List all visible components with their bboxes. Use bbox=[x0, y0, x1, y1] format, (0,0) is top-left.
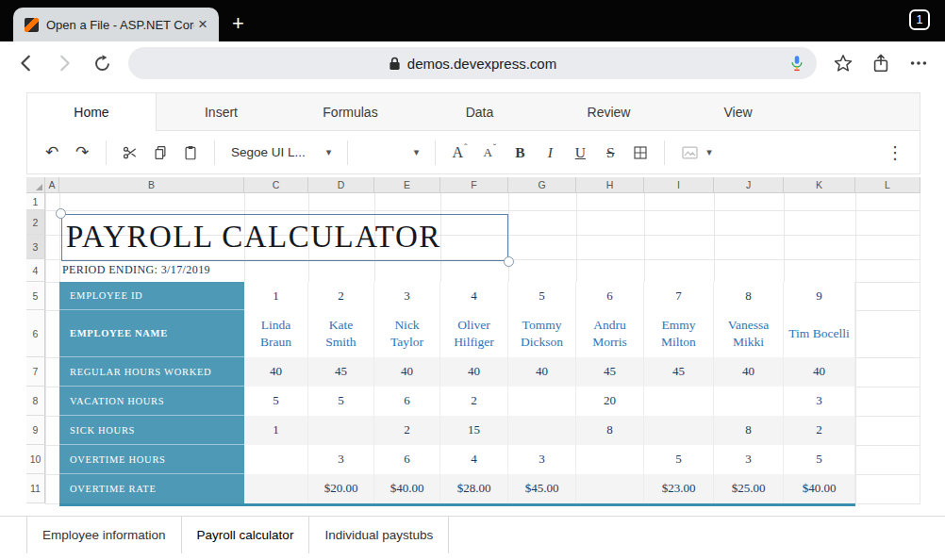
cell[interactable] bbox=[644, 416, 714, 445]
cell[interactable]: $23.00 bbox=[644, 474, 714, 503]
cell[interactable] bbox=[644, 387, 714, 416]
paste-icon[interactable] bbox=[177, 139, 204, 167]
cell[interactable]: $40.00 bbox=[784, 474, 855, 503]
row-header-9[interactable]: 9 bbox=[26, 416, 45, 445]
column-header-A[interactable]: A bbox=[45, 177, 59, 193]
column-header-G[interactable]: G bbox=[508, 177, 576, 193]
cell[interactable]: 40 bbox=[508, 357, 576, 387]
voice-search-mic-icon[interactable] bbox=[788, 54, 806, 75]
toolbar-overflow-icon[interactable]: ⋮ bbox=[882, 139, 908, 167]
cell[interactable]: 5 bbox=[644, 445, 714, 474]
cell[interactable]: 5 bbox=[784, 445, 855, 474]
decrease-font-button[interactable]: Aˇ bbox=[476, 139, 503, 167]
row-header-4[interactable]: 4 bbox=[26, 259, 45, 282]
cell[interactable]: Tommy Dickson bbox=[508, 310, 576, 357]
tab-close-icon[interactable]: × bbox=[194, 15, 211, 34]
cell[interactable] bbox=[576, 445, 644, 474]
row-label[interactable]: REGULAR HOURS WORKED bbox=[59, 357, 244, 387]
cell[interactable] bbox=[244, 445, 308, 474]
cell[interactable]: 3 bbox=[374, 282, 440, 310]
cell[interactable]: 45 bbox=[308, 357, 374, 387]
browser-menu-icon[interactable] bbox=[907, 52, 930, 74]
resize-handle-top-left[interactable] bbox=[56, 208, 66, 219]
tab-counter-button[interactable]: 1 bbox=[909, 9, 930, 30]
row-label[interactable]: VACATION HOURS bbox=[59, 387, 244, 416]
cell[interactable] bbox=[244, 474, 308, 503]
column-header-B[interactable]: B bbox=[59, 177, 244, 193]
column-header-F[interactable]: F bbox=[440, 177, 508, 193]
cell[interactable]: Nick Taylor bbox=[374, 310, 440, 357]
tab-review[interactable]: Review bbox=[544, 93, 673, 130]
cell[interactable]: 3 bbox=[508, 445, 576, 474]
cell[interactable]: 2 bbox=[440, 387, 508, 416]
increase-font-button[interactable]: Aˆ bbox=[446, 139, 472, 167]
cell[interactable]: 5 bbox=[308, 387, 374, 416]
cell[interactable]: 20 bbox=[576, 387, 644, 416]
underline-button[interactable]: U bbox=[567, 139, 593, 167]
column-header-D[interactable]: D bbox=[308, 177, 374, 193]
cell[interactable]: $40.00 bbox=[374, 474, 440, 503]
cell[interactable]: $28.00 bbox=[440, 474, 508, 503]
cell[interactable]: 4 bbox=[440, 445, 508, 474]
sheet-tab-individual-paystubs[interactable]: Individual paystubs bbox=[309, 517, 449, 553]
row-header-8[interactable]: 8 bbox=[26, 387, 45, 416]
cell[interactable]: 45 bbox=[644, 357, 714, 387]
cell[interactable]: $25.00 bbox=[714, 474, 784, 503]
sheet-tab-payroll-calculator[interactable]: Payroll calculator bbox=[182, 517, 310, 553]
cell[interactable]: $45.00 bbox=[508, 474, 576, 503]
column-header-I[interactable]: I bbox=[644, 177, 714, 193]
cell[interactable]: Oliver Hilfiger bbox=[440, 310, 508, 357]
row-label[interactable]: OVERTIME RATE bbox=[59, 474, 244, 503]
cell[interactable]: 8 bbox=[714, 282, 784, 310]
cell[interactable]: 40 bbox=[440, 357, 508, 387]
cell[interactable]: 40 bbox=[784, 357, 855, 387]
row-header-2[interactable]: 2 bbox=[26, 210, 45, 235]
cell[interactable]: 5 bbox=[508, 282, 576, 310]
tab-formulas[interactable]: Formulas bbox=[286, 93, 415, 130]
row-label[interactable]: SICK HOURS bbox=[59, 416, 244, 445]
cell[interactable]: 1 bbox=[244, 416, 308, 445]
resize-handle-bottom-right[interactable] bbox=[504, 256, 514, 267]
row-header-6[interactable]: 6 bbox=[26, 310, 45, 357]
row-header-7[interactable]: 7 bbox=[26, 357, 45, 387]
cell[interactable] bbox=[508, 416, 576, 445]
cell[interactable]: 6 bbox=[374, 445, 440, 474]
cell[interactable] bbox=[714, 387, 784, 416]
back-button[interactable] bbox=[15, 52, 38, 74]
cell[interactable]: 2 bbox=[784, 416, 855, 445]
cell[interactable]: 15 bbox=[440, 416, 508, 445]
cell[interactable]: Vanessa Mikki bbox=[714, 310, 784, 357]
borders-icon[interactable] bbox=[627, 139, 654, 167]
cell[interactable]: Kate Smith bbox=[308, 310, 374, 357]
tab-view[interactable]: View bbox=[673, 93, 803, 130]
redo-icon[interactable]: ↷ bbox=[69, 139, 95, 167]
row-header-10[interactable]: 10 bbox=[26, 445, 45, 474]
browser-tab[interactable]: Open a File - ASP.NET Core × bbox=[13, 8, 219, 41]
cell[interactable]: 40 bbox=[714, 357, 784, 387]
forward-button[interactable] bbox=[53, 52, 75, 74]
column-header-K[interactable]: K bbox=[784, 177, 855, 193]
grid-body[interactable]: 1234567891011 EMPLOYEE ID123456789EMPLOY… bbox=[26, 193, 920, 506]
new-tab-button[interactable]: + bbox=[232, 13, 244, 34]
cell[interactable]: Tim Bocelli bbox=[784, 310, 855, 357]
column-header-C[interactable]: C bbox=[244, 177, 308, 193]
cell[interactable]: 1 bbox=[244, 282, 308, 310]
cell[interactable]: 2 bbox=[308, 282, 374, 310]
tab-insert[interactable]: Insert bbox=[157, 93, 286, 130]
cell[interactable]: 6 bbox=[374, 387, 440, 416]
row-header-5[interactable]: 5 bbox=[26, 282, 45, 310]
cell[interactable]: 8 bbox=[576, 416, 644, 445]
row-header-1[interactable]: 1 bbox=[26, 193, 45, 210]
cell[interactable] bbox=[508, 387, 576, 416]
undo-icon[interactable]: ↶ bbox=[39, 139, 65, 167]
cell[interactable] bbox=[308, 416, 374, 445]
copy-icon[interactable] bbox=[147, 139, 174, 167]
cell[interactable]: 4 bbox=[440, 282, 508, 310]
cell[interactable]: 2 bbox=[374, 416, 440, 445]
sheet-tab-employee-information[interactable]: Employee information bbox=[26, 517, 182, 553]
share-icon[interactable] bbox=[870, 52, 892, 74]
italic-button[interactable]: I bbox=[537, 139, 563, 167]
cell[interactable]: 6 bbox=[576, 282, 644, 310]
cell[interactable]: 8 bbox=[714, 416, 784, 445]
address-bar[interactable]: demos.devexpress.com bbox=[128, 47, 817, 79]
